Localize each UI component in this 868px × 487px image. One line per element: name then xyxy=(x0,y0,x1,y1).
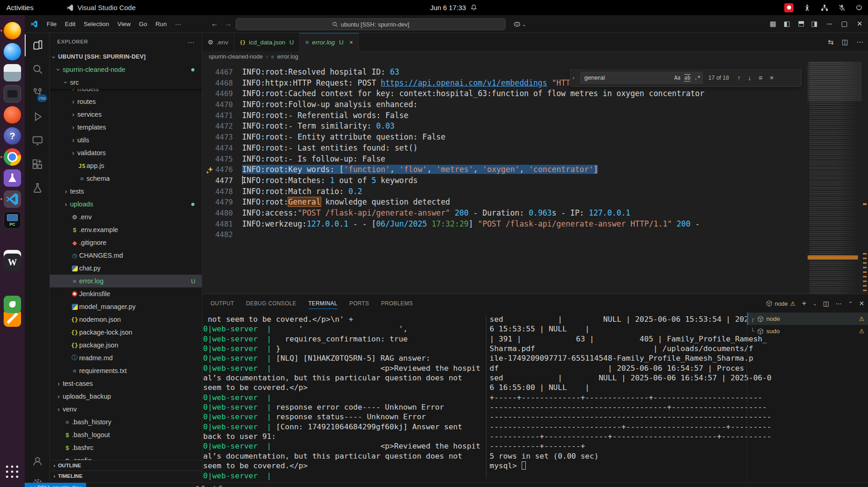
minimize-button[interactable]: ─ xyxy=(827,20,832,28)
tree-file--config[interactable]: ⚙.config xyxy=(50,454,202,460)
menu-selection[interactable]: Selection xyxy=(80,18,113,30)
activity-run-debug[interactable] xyxy=(25,106,50,128)
tree-folder-venv[interactable]: ›venv xyxy=(50,403,202,416)
menu-edit[interactable]: Edit xyxy=(61,18,80,30)
tree-file-schema[interactable]: ≡schema xyxy=(50,172,202,185)
clock-menu[interactable]: Jun 6 17:33 xyxy=(430,4,477,11)
test-tool-dock-icon[interactable] xyxy=(4,169,21,187)
restore-button[interactable]: ▢ xyxy=(841,20,847,28)
tree-file--env[interactable]: ⚙.env xyxy=(50,211,202,223)
nav-forward-button[interactable]: → xyxy=(225,20,232,28)
maximize-panel-icon[interactable]: ⌃ xyxy=(848,301,852,307)
activity-search[interactable] xyxy=(25,58,50,80)
tree-folder-test-cases[interactable]: ›test-cases xyxy=(50,377,202,390)
tab-close-icon[interactable]: × xyxy=(350,39,353,46)
activity-explorer[interactable] xyxy=(25,34,50,56)
tree-file-package-json[interactable]: {}package.json xyxy=(50,339,202,352)
breadcrumb-folder[interactable]: spurrin-cleaned-node xyxy=(209,54,263,60)
panel-tab-ports[interactable]: PORTS xyxy=(345,294,374,313)
warnings-status[interactable]: ⚠0 xyxy=(208,485,226,487)
panel-tab-problems[interactable]: PROBLEMS xyxy=(377,294,418,313)
tree-file-model-manager-py[interactable]: model_manager.py xyxy=(50,300,202,313)
match-case-icon[interactable]: Aa xyxy=(672,75,682,81)
errors-status[interactable]: ⊘0 xyxy=(191,485,208,487)
software-store-dock-icon[interactable] xyxy=(4,106,21,124)
whole-word-icon[interactable]: ab xyxy=(682,75,692,81)
regex-icon[interactable]: .* xyxy=(692,75,702,81)
explorer-more-actions[interactable]: ··· xyxy=(188,38,194,46)
tree-folder-templates[interactable]: ›templates xyxy=(50,121,202,134)
tree-file--bash-history[interactable]: ≡.bash_history xyxy=(50,416,202,428)
menu-moremoremore[interactable]: ··· xyxy=(171,18,185,30)
toggle-sidebar-icon[interactable]: ◧ xyxy=(783,20,790,28)
nav-back-button[interactable]: ← xyxy=(211,20,218,28)
tree-file--gitignore[interactable]: ◆.gitignore xyxy=(50,236,202,249)
tree-file-requirements-txt[interactable]: ≡requirements.txt xyxy=(50,364,202,377)
minimap[interactable] xyxy=(808,62,862,294)
breadcrumb[interactable]: spurrin-cleaned-node › ≡ error.log xyxy=(202,51,868,62)
terminal-tab-sudo[interactable]: └sudo⚠ xyxy=(747,325,868,337)
tree-file-readme-md[interactable]: ⓘreadme.md xyxy=(50,352,202,364)
tree-folder-uploads-backup[interactable]: ›uploads_backup xyxy=(50,390,202,403)
tree-file--env-example[interactable]: $.env.example xyxy=(50,223,202,236)
tree-folder-tests[interactable]: ›tests xyxy=(50,185,202,198)
chrome-dock-icon[interactable] xyxy=(4,148,21,166)
help-dock-icon[interactable]: ? xyxy=(4,127,21,145)
toggle-panel-icon[interactable]: ◨ xyxy=(797,21,805,27)
tab--env[interactable]: ⚙.env xyxy=(202,33,234,51)
compare-changes-icon[interactable]: ⇆ xyxy=(828,38,834,46)
timeline-section[interactable]: › TIMELINE xyxy=(50,471,202,481)
activity-source-control[interactable]: 755 xyxy=(25,82,50,104)
activities-button[interactable]: Activities xyxy=(0,0,40,15)
terminal-pane-sudo[interactable]: sed | NULL | 2025-06-06 15:53:54 | 2025-… xyxy=(490,314,771,481)
tree-file-jenkinsfile[interactable]: Jenkinsfile xyxy=(50,287,202,300)
copilot-sparkle-icon[interactable] xyxy=(205,166,214,174)
find-close-icon[interactable]: × xyxy=(766,74,777,81)
find-next-icon[interactable]: ↓ xyxy=(744,74,755,81)
breadcrumb-file[interactable]: error.log xyxy=(277,54,298,60)
tree-file-nodemon-json[interactable]: {}nodemon.json xyxy=(50,313,202,326)
notes-dock-icon[interactable] xyxy=(4,296,21,313)
tree-file--bashrc[interactable]: $.bashrc xyxy=(50,441,202,454)
panel-tab-terminal[interactable]: TERMINAL xyxy=(304,294,342,313)
tree-file-app-js[interactable]: JSapp.js xyxy=(50,159,202,172)
tree-file-chat-py[interactable]: chat.py xyxy=(50,262,202,275)
active-terminal-label[interactable]: node ⚠ xyxy=(766,300,796,307)
tree-folder-services[interactable]: ›services xyxy=(50,108,202,121)
panel-tab-debug-console[interactable]: DEBUG CONSOLE xyxy=(242,294,301,313)
find-in-selection-icon[interactable]: ≡ xyxy=(755,74,766,81)
tree-folder-models[interactable]: ›models xyxy=(50,89,202,95)
split-terminal-icon[interactable]: ◫ xyxy=(823,300,829,307)
vscode-dock-icon[interactable] xyxy=(4,190,21,208)
tree-folder-utils[interactable]: ›utils xyxy=(50,134,202,146)
files-dock-icon[interactable] xyxy=(4,64,21,81)
menu-go[interactable]: Go xyxy=(135,18,151,30)
firefox-dock-icon[interactable] xyxy=(4,22,21,39)
copilot-button[interactable]: ⌄ xyxy=(511,18,528,30)
find-input[interactable] xyxy=(581,74,672,81)
tree-file--bash-logout[interactable]: $.bash_logout xyxy=(50,428,202,441)
terminal-pane-node[interactable]: not seem to be covered.</p>\n' +0|web-se… xyxy=(203,314,485,481)
find-previous-icon[interactable]: ↑ xyxy=(733,74,744,81)
tree-file-changes-md[interactable]: ◷CHANGES.md xyxy=(50,249,202,262)
activity-remote-explorer[interactable] xyxy=(25,130,50,152)
panel-tab-output[interactable]: OUTPUT xyxy=(206,294,239,313)
tab-error-log[interactable]: ≡error.logU× xyxy=(300,33,359,51)
menu-view[interactable]: View xyxy=(113,18,135,30)
terminal-app-dock-icon[interactable] xyxy=(4,85,21,103)
panel-more-actions-icon[interactable]: ⋯ xyxy=(836,300,842,307)
tree-folder-uploads[interactable]: ›uploads xyxy=(50,198,202,211)
customize-layout-icon[interactable]: ▦ xyxy=(770,20,776,28)
outline-section[interactable]: › OUTLINE xyxy=(50,460,202,471)
menu-run[interactable]: Run xyxy=(151,18,171,30)
menu-file[interactable]: File xyxy=(43,18,61,30)
browser-dock-icon[interactable] xyxy=(4,43,21,60)
split-editor-icon[interactable]: ◫ xyxy=(842,38,848,46)
tree-file-error-log[interactable]: ≡error.logU xyxy=(50,275,202,287)
show-applications-button[interactable] xyxy=(4,463,21,480)
command-center[interactable]: ubuntu [SSH: spurrin-dev] xyxy=(236,18,506,30)
activity-testing[interactable] xyxy=(25,177,50,199)
editor-more-actions-icon[interactable]: ⋯ xyxy=(857,38,863,46)
terminal-dropdown-icon[interactable]: ⌄ xyxy=(813,301,816,306)
close-panel-icon[interactable]: ✕ xyxy=(859,300,864,307)
